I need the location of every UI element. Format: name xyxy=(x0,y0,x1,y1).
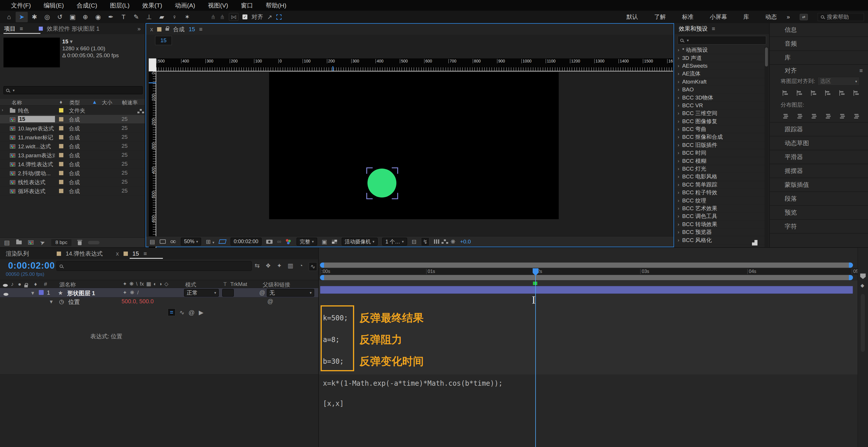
resolution-dropdown[interactable]: 完整▾ xyxy=(297,238,317,246)
col-name[interactable]: 名称 xyxy=(11,99,22,106)
effects-scrollbar[interactable] xyxy=(765,47,769,247)
effects-group-row[interactable]: › AtomKraft xyxy=(675,78,765,86)
expression-variable[interactable]: b=30; xyxy=(323,357,359,365)
type-tool-icon[interactable]: T xyxy=(118,12,130,22)
table-row[interactable]: › 线性表达式 合成 25 xyxy=(0,178,145,187)
tab-effect-controls[interactable]: 效果控件 形状图层 1 xyxy=(47,25,99,33)
panel-menu-icon[interactable]: ≡ xyxy=(144,250,147,257)
effects-group-row[interactable]: › BCC 转场效果 xyxy=(675,221,765,228)
comp-name[interactable]: 15 xyxy=(62,38,68,44)
roi-icon[interactable]: ▣ xyxy=(322,238,327,245)
workspace-tab[interactable]: 默认 xyxy=(626,13,638,21)
3d-glasses-icon[interactable] xyxy=(170,240,173,243)
col-size[interactable]: 大小 xyxy=(102,99,112,106)
chevron-right-icon[interactable]: › xyxy=(678,47,679,53)
transparency-grid-icon[interactable] xyxy=(332,240,337,244)
workspace-switcher-icon[interactable]: ⇄ xyxy=(800,14,808,20)
twirl-icon[interactable]: › xyxy=(2,107,3,112)
hide-shy-icon[interactable]: ✦ xyxy=(277,262,282,271)
property-pickwhip-icon[interactable]: @ xyxy=(267,298,273,305)
trkmat-column[interactable]: TrkMat xyxy=(230,281,247,287)
effects-group-row[interactable]: › BCC 预览器 xyxy=(675,228,765,236)
lock-column-icon[interactable] xyxy=(24,285,28,287)
home-icon[interactable]: ⌂ xyxy=(3,12,15,22)
grid-guides-icon[interactable]: ⊞▾ xyxy=(206,238,214,245)
table-row[interactable]: › 12.widt...达式 合成 25 xyxy=(0,142,145,151)
panel-menu-icon[interactable]: ≡ xyxy=(859,67,863,74)
align-panel-title[interactable]: 对齐 xyxy=(785,66,797,74)
menu-item[interactable]: 合成(C) xyxy=(71,1,103,9)
expression-result-line[interactable]: [x,x] xyxy=(323,400,344,408)
source-name-column[interactable]: 源名称 xyxy=(59,281,76,289)
zoom-tool-icon[interactable]: ◎ xyxy=(41,12,53,22)
effects-group-row[interactable]: › AESweets xyxy=(675,62,765,70)
flowchart-icon[interactable] xyxy=(140,109,142,111)
create-icon[interactable]: ➤ xyxy=(39,239,46,246)
magnification-dropdown[interactable]: 50%▾ xyxy=(181,238,202,246)
flowchart-icon[interactable] xyxy=(444,240,446,241)
sidebar-panel-header[interactable]: 信息 xyxy=(770,23,868,37)
frame-blend-icon[interactable]: ▥ xyxy=(288,262,293,271)
distribute-icon[interactable] xyxy=(782,113,790,119)
new-folder-icon[interactable] xyxy=(16,241,22,244)
property-value[interactable]: 500.0, 500.0 xyxy=(122,298,154,305)
snap-checkbox[interactable]: ✓ xyxy=(243,14,247,20)
table-row[interactable]: › 纯色 文件夹 xyxy=(0,106,145,115)
monitor-icon[interactable] xyxy=(160,240,166,244)
blend-mode-dropdown[interactable]: 正常▾ xyxy=(184,289,219,297)
shape-tool-icon[interactable]: ◉ xyxy=(92,12,104,22)
stopwatch-icon[interactable]: ◷ xyxy=(59,298,64,305)
position-property-row[interactable]: ▾ ◷ 位置 500.0, 500.0 @ xyxy=(0,297,318,306)
menu-item[interactable]: 帮助(H) xyxy=(260,1,292,9)
chevron-right-icon[interactable]: › xyxy=(678,55,679,61)
show-channel-icon[interactable] xyxy=(286,239,288,242)
expression-language-icon[interactable]: ▶ xyxy=(199,309,204,315)
reset-exposure-icon[interactable]: ❋ xyxy=(451,238,456,245)
selection-handle[interactable] xyxy=(366,193,373,199)
menu-item[interactable]: 视图(V) xyxy=(202,1,234,9)
twirl-down-icon[interactable]: ▾ xyxy=(50,298,53,305)
panel-menu-icon[interactable]: ≡ xyxy=(199,26,203,33)
table-row[interactable]: › 循环表达式 合成 25 xyxy=(0,187,145,195)
effects-group-row[interactable]: › BCC 简单跟踪 xyxy=(675,181,765,189)
effects-group-row[interactable]: › BCC 旧版插件 xyxy=(675,141,765,149)
distribute-icon[interactable] xyxy=(811,113,818,119)
pan-behind-tool-icon[interactable]: ⊕ xyxy=(79,12,91,22)
effects-group-row[interactable]: › AE流体 xyxy=(675,70,765,78)
exposure-value[interactable]: +0.0 xyxy=(460,238,471,245)
selection-handle[interactable] xyxy=(392,167,398,174)
chevron-right-icon[interactable]: › xyxy=(678,205,679,211)
table-row[interactable]: › 15 合成 25 xyxy=(0,115,145,124)
graph-editor-icon[interactable]: ∿ xyxy=(309,262,317,271)
effects-group-row[interactable]: › BCC 灯光 xyxy=(675,165,765,173)
chevron-right-icon[interactable]: › xyxy=(678,213,679,219)
help-search-box[interactable]: 搜索帮助 xyxy=(818,13,864,21)
vertical-ruler[interactable]: 0100200300400500600 xyxy=(149,71,156,248)
label-color-chip[interactable] xyxy=(59,180,63,184)
comp-button-icon[interactable]: ◆ xyxy=(861,283,864,288)
motion-blur-icon[interactable]: ◔ xyxy=(299,262,303,271)
hand-tool-icon[interactable]: ✱ xyxy=(28,12,40,22)
layer-duration-bar[interactable] xyxy=(320,286,853,294)
label-column-icon[interactable]: ♦ xyxy=(34,281,37,287)
effects-group-row[interactable]: › BCC 粒子特效 xyxy=(675,189,765,197)
chevron-right-icon[interactable]: › xyxy=(678,221,679,227)
effects-group-row[interactable]: › BCC 艺术效果 xyxy=(675,205,765,213)
selection-handle[interactable] xyxy=(392,193,398,199)
audio-column-icon[interactable]: ♪ xyxy=(11,281,14,287)
trash-icon[interactable] xyxy=(78,241,82,245)
view-layout-dropdown[interactable]: 1 个…▾ xyxy=(382,238,407,246)
effects-group-row[interactable]: › BCC VR xyxy=(675,102,765,109)
align-icon[interactable] xyxy=(825,90,833,96)
sidebar-panel-header[interactable]: 蒙版插值 xyxy=(770,178,868,192)
composition-frame[interactable] xyxy=(269,72,559,219)
layer-switch-icon[interactable]: / xyxy=(137,290,138,295)
comp-marker-bin-icon[interactable] xyxy=(860,274,866,279)
distribute-icon[interactable] xyxy=(797,113,804,119)
sort-arrow-icon[interactable]: ▲ xyxy=(92,99,97,105)
label-color-chip[interactable] xyxy=(59,171,63,175)
workspace-tab[interactable]: 动态 xyxy=(765,13,777,21)
work-area-bar[interactable] xyxy=(320,275,853,280)
comp-navigator-box[interactable]: 15 xyxy=(155,36,172,45)
sidebar-panel-header[interactable]: 字符 xyxy=(770,220,868,234)
